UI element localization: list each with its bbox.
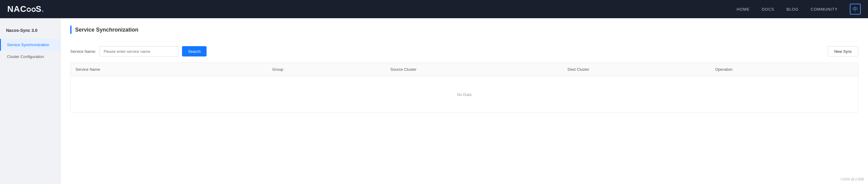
page-header: Service Synchronization [70, 26, 858, 39]
language-icon[interactable]: 中 [850, 4, 861, 15]
col-source-cluster: Source Cluster [385, 63, 563, 76]
top-navigation: NAC S. HOME DOCS BLOG COMMUNITY 中 [0, 0, 868, 18]
watermark: CSDN @小浪粉 [841, 177, 864, 182]
data-table: Service Name Group Source Cluster Dest C… [70, 62, 858, 113]
table-header: Service Name Group Source Cluster Dest C… [70, 63, 858, 76]
main-content: Service Synchronization Service Name: Se… [61, 18, 868, 184]
col-service-name: Service Name [70, 63, 268, 76]
sidebar-item-service-sync[interactable]: Service Synchronization [0, 39, 60, 51]
main-layout: Nacos-Sync 3.0 Service Synchronization C… [0, 18, 868, 184]
sidebar: Nacos-Sync 3.0 Service Synchronization C… [0, 18, 61, 184]
nav-links: HOME DOCS BLOG COMMUNITY 中 [737, 4, 861, 15]
sidebar-title: Nacos-Sync 3.0 [0, 24, 60, 36]
col-group: Group [268, 63, 385, 76]
service-name-input[interactable] [100, 46, 178, 56]
filter-row: Service Name: Search New Sync [70, 46, 858, 56]
service-name-label: Service Name: [70, 49, 96, 54]
table-body: No Data [70, 76, 858, 113]
nav-blog[interactable]: BLOG [786, 7, 799, 11]
new-sync-button[interactable]: New Sync [828, 46, 858, 56]
search-button[interactable]: Search [182, 46, 207, 56]
page-title-bar: Service Synchronization [70, 26, 138, 34]
nav-docs[interactable]: DOCS [762, 7, 774, 11]
page-title: Service Synchronization [75, 27, 138, 33]
nav-community[interactable]: COMMUNITY [811, 7, 838, 11]
logo-dot: . [41, 4, 44, 14]
nav-home[interactable]: HOME [737, 7, 750, 11]
sidebar-item-cluster-config[interactable]: Cluster Configuration [0, 51, 60, 62]
col-dest-cluster: Dest Cluster [563, 63, 711, 76]
logo-text: NAC S. [7, 4, 44, 14]
col-operation: Operation [711, 63, 858, 76]
title-accent-bar [70, 26, 71, 34]
logo: NAC S. [7, 4, 44, 14]
filter-left: Service Name: Search [70, 46, 207, 56]
no-data-message: No Data [457, 92, 471, 97]
